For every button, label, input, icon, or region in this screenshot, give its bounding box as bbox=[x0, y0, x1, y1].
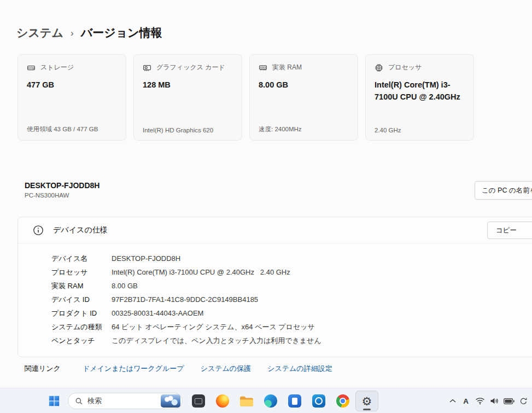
card-detail: 2.40 GHz bbox=[375, 127, 401, 133]
taskbar: 検索 ⚙ A bbox=[0, 388, 532, 413]
spec-value: 00325-80031-44043-AAOEM bbox=[112, 309, 203, 317]
blue-app-icon bbox=[288, 394, 301, 408]
outlook-icon bbox=[312, 394, 325, 408]
spec-value: DESKTOP-FJODD8H bbox=[112, 254, 180, 263]
storage-card[interactable]: ストレージ 477 GB 使用領域 43 GB / 477 GB bbox=[17, 54, 126, 141]
search-icon bbox=[75, 397, 83, 405]
processor-card[interactable]: プロセッサ Intel(R) Core(TM) i3-7100U CPU @ 2… bbox=[365, 54, 474, 141]
storage-icon bbox=[27, 63, 36, 72]
device-specs-card: デバイスの仕様 コピー デバイス名 DESKTOP-FJODD8H プロセッサ … bbox=[17, 217, 532, 357]
device-banner: DESKTOP-FJODD8H PC-NS300HAW bbox=[25, 181, 100, 199]
spec-label: プロダクト ID bbox=[51, 309, 112, 318]
card-header: ストレージ bbox=[27, 63, 117, 72]
spec-row-system-type: システムの種類 64 ビット オペレーティング システム、x64 ベース プロセ… bbox=[51, 320, 532, 334]
settings-window: システム › バージョン情報 ストレージ 477 GB 使用領域 43 GB /… bbox=[0, 0, 532, 413]
battery-icon[interactable] bbox=[502, 393, 516, 409]
update-pending-icon[interactable] bbox=[518, 393, 529, 409]
device-specs-title: デバイスの仕様 bbox=[53, 225, 108, 235]
card-value: 8.00 GB bbox=[259, 79, 349, 91]
firefox-icon bbox=[216, 394, 229, 408]
card-detail: 速度: 2400MHz bbox=[259, 125, 302, 133]
info-icon bbox=[33, 225, 44, 236]
search-highlight-image[interactable] bbox=[161, 394, 180, 408]
cpu-icon bbox=[375, 63, 383, 72]
rename-pc-button[interactable]: この PC の名前を変更 bbox=[475, 181, 532, 200]
spec-value: Intel(R) Core(TM) i3-7100U CPU @ 2.40GHz… bbox=[112, 268, 290, 276]
page-title: バージョン情報 bbox=[81, 25, 162, 40]
spec-value: 8.00 GB bbox=[112, 282, 138, 290]
device-model: PC-NS300HAW bbox=[25, 192, 100, 199]
gpu-icon bbox=[143, 63, 151, 72]
taskbar-icon-settings[interactable]: ⚙ bbox=[355, 391, 378, 411]
volume-icon[interactable] bbox=[489, 393, 500, 409]
card-detail: Intel(R) HD Graphics 620 bbox=[143, 127, 213, 133]
taskbar-icon-chrome[interactable] bbox=[331, 391, 354, 411]
breadcrumb: システム › バージョン情報 bbox=[16, 25, 162, 40]
spec-row-device-name: デバイス名 DESKTOP-FJODD8H bbox=[51, 252, 532, 265]
taskbar-icon-app-blue[interactable] bbox=[283, 391, 306, 411]
link-domain-workgroup[interactable]: ドメインまたはワークグループ bbox=[83, 364, 184, 374]
spec-label: プロセッサ bbox=[51, 267, 112, 277]
device-specs-header[interactable]: デバイスの仕様 コピー bbox=[18, 217, 532, 243]
spec-value: 97F2B71D-7FA1-41C8-9DDC-2C9149BB4185 bbox=[112, 295, 258, 304]
spec-label: デバイス名 bbox=[51, 254, 112, 264]
spec-label: 実装 RAM bbox=[51, 281, 112, 291]
tray-chevron-up-icon[interactable] bbox=[448, 393, 458, 409]
start-button[interactable] bbox=[43, 391, 66, 411]
card-header: プロセッサ bbox=[375, 63, 465, 72]
card-value: 128 MB bbox=[143, 79, 233, 91]
device-specs-list: デバイス名 DESKTOP-FJODD8H プロセッサ Intel(R) Cor… bbox=[18, 243, 532, 347]
related-links-label: 関連リンク bbox=[25, 364, 61, 374]
related-links: 関連リンク ドメインまたはワークグループ システムの保護 システムの詳細設定 bbox=[25, 364, 349, 374]
system-tray: A bbox=[448, 389, 529, 412]
card-label: 実装 RAM bbox=[272, 63, 302, 72]
settings-gear-icon: ⚙ bbox=[362, 395, 372, 407]
taskbar-icon-edge[interactable] bbox=[259, 391, 282, 411]
device-name: DESKTOP-FJODD8H bbox=[25, 181, 100, 190]
dark-app-icon bbox=[192, 394, 205, 408]
chrome-icon bbox=[336, 394, 349, 408]
taskbar-icon-app-dark[interactable] bbox=[187, 391, 210, 411]
card-label: プロセッサ bbox=[388, 63, 422, 72]
breadcrumb-system[interactable]: システム bbox=[16, 25, 63, 40]
search-label: 検索 bbox=[87, 396, 156, 406]
taskbar-left: 検索 ⚙ bbox=[0, 389, 378, 412]
spec-value: 64 ビット オペレーティング システム、x64 ベース プロセッサ bbox=[112, 322, 315, 332]
link-advanced-system-settings[interactable]: システムの詳細設定 bbox=[267, 364, 332, 374]
taskbar-icon-outlook[interactable] bbox=[307, 391, 330, 411]
card-header: 実装 RAM bbox=[259, 63, 349, 72]
ram-icon bbox=[259, 63, 267, 72]
card-label: ストレージ bbox=[40, 63, 74, 72]
card-value: Intel(R) Core(TM) i3-7100U CPU @ 2.40GHz bbox=[375, 79, 465, 103]
copy-button[interactable]: コピー bbox=[487, 222, 532, 239]
spec-label: システムの種類 bbox=[51, 322, 112, 332]
card-detail: 使用領域 43 GB / 477 GB bbox=[27, 125, 98, 133]
taskbar-icon-file-explorer[interactable] bbox=[235, 391, 258, 411]
taskbar-icon-firefox[interactable] bbox=[211, 391, 234, 411]
spec-label: ペンとタッチ bbox=[51, 336, 112, 346]
spec-row-ram: 実装 RAM 8.00 GB bbox=[51, 279, 532, 293]
spec-row-product-id: プロダクト ID 00325-80031-44043-AAOEM bbox=[51, 306, 532, 320]
card-value: 477 GB bbox=[27, 79, 117, 91]
spec-value: このディスプレイでは、ペン入力とタッチ入力は利用できません bbox=[112, 336, 321, 346]
spec-row-device-id: デバイス ID 97F2B71D-7FA1-41C8-9DDC-2C9149BB… bbox=[51, 293, 532, 306]
ime-indicator[interactable]: A bbox=[460, 393, 471, 409]
spec-row-pen-touch: ペンとタッチ このディスプレイでは、ペン入力とタッチ入力は利用できません bbox=[51, 334, 532, 347]
ram-card[interactable]: 実装 RAM 8.00 GB 速度: 2400MHz bbox=[249, 54, 358, 141]
spec-label: デバイス ID bbox=[51, 295, 112, 305]
card-header: グラフィックス カード bbox=[143, 63, 233, 72]
wifi-icon[interactable] bbox=[474, 393, 486, 409]
taskbar-search-box[interactable]: 検索 bbox=[68, 393, 183, 409]
edge-icon bbox=[264, 394, 277, 408]
link-system-protection[interactable]: システムの保護 bbox=[201, 364, 252, 374]
card-label: グラフィックス カード bbox=[156, 63, 225, 72]
graphics-card[interactable]: グラフィックス カード 128 MB Intel(R) HD Graphics … bbox=[133, 54, 242, 141]
breadcrumb-chevron-icon: › bbox=[71, 27, 74, 39]
summary-cards: ストレージ 477 GB 使用領域 43 GB / 477 GB グラフィックス… bbox=[17, 54, 474, 141]
spec-row-processor: プロセッサ Intel(R) Core(TM) i3-7100U CPU @ 2… bbox=[51, 265, 532, 279]
